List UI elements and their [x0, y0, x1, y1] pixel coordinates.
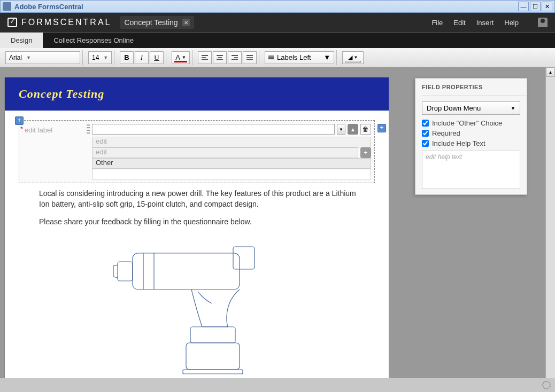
- menu-help[interactable]: Help: [504, 19, 519, 27]
- form-title[interactable]: Concept Testing: [5, 77, 389, 111]
- required-checkbox[interactable]: [422, 130, 429, 137]
- design-canvas-area: Concept Testing + + * edit label ▼ ▲ 🗑: [0, 67, 545, 392]
- app-icon: [3, 2, 11, 11]
- font-family-select[interactable]: Arial ▼: [5, 51, 80, 64]
- labels-value: Labels Left: [277, 53, 311, 61]
- close-document-icon[interactable]: ✕: [182, 19, 190, 26]
- include-help-label: Include Help Text: [432, 139, 485, 147]
- align-justify-button[interactable]: [243, 51, 257, 64]
- required-star-icon: *: [20, 125, 23, 133]
- svg-rect-5: [183, 370, 243, 374]
- dropdown-field-editor[interactable]: + + * edit label ▼ ▲ 🗑 e: [19, 120, 375, 183]
- svg-rect-3: [190, 327, 235, 343]
- svg-rect-2: [118, 262, 133, 281]
- status-bar: [0, 378, 555, 392]
- properties-panel-title: FIELD PROPERTIES: [415, 79, 527, 96]
- font-size-value: 14: [92, 54, 99, 61]
- field-label-placeholder: edit label: [25, 126, 52, 134]
- app-header: FORMSCENTRAL Concept Testing ✕ File Edit…: [0, 13, 555, 32]
- drag-handle-icon[interactable]: [87, 124, 90, 135]
- font-family-value: Arial: [9, 54, 22, 61]
- option-input-2[interactable]: edit: [92, 147, 358, 158]
- chevron-down-icon: ▼: [103, 55, 108, 60]
- chevron-down-icon: ▼: [323, 53, 330, 61]
- align-left-button[interactable]: [198, 51, 212, 64]
- brand-text: FORMSCENTRAL: [21, 18, 111, 27]
- chevron-down-icon: ▼: [26, 55, 31, 60]
- dropdown-selected-input[interactable]: [92, 124, 335, 135]
- menu-edit[interactable]: Edit: [453, 19, 465, 27]
- scroll-up-button[interactable]: ▲: [546, 67, 555, 77]
- document-tab-label: Concept Testing: [124, 18, 178, 27]
- font-size-select[interactable]: 14 ▼: [88, 51, 112, 64]
- field-type-select[interactable]: Drop Down Menu ▼: [422, 101, 520, 115]
- document-tab[interactable]: Concept Testing ✕: [120, 16, 194, 29]
- form-paragraph-2[interactable]: Please share your feedback by filling in…: [39, 217, 367, 228]
- field-type-value: Drop Down Menu: [427, 104, 481, 112]
- minimize-button[interactable]: —: [518, 2, 529, 11]
- option-input-1[interactable]: edit: [92, 137, 371, 147]
- add-option-button[interactable]: +: [360, 147, 371, 158]
- tab-design[interactable]: Design: [0, 33, 43, 48]
- align-center-button[interactable]: [213, 51, 227, 64]
- include-other-label: Include "Other" Choice: [432, 119, 502, 127]
- option-other[interactable]: Other: [92, 158, 371, 169]
- text-color-button[interactable]: A▼: [172, 51, 190, 64]
- dropdown-arrow-button[interactable]: ▼: [337, 124, 345, 135]
- fill-color-button[interactable]: ◢▼: [342, 51, 364, 64]
- required-label: Required: [432, 129, 460, 137]
- tab-strip: Design Collect Responses Online: [0, 32, 555, 48]
- drill-image[interactable]: [111, 236, 282, 375]
- maximize-button[interactable]: ☐: [530, 2, 541, 11]
- move-up-button[interactable]: ▲: [348, 124, 358, 135]
- format-toolbar: Arial ▼ 14 ▼ B I U A▼ Labels Left ▼ ◢▼: [0, 48, 555, 67]
- italic-button[interactable]: I: [135, 51, 149, 64]
- help-text-input[interactable]: edit help text: [422, 151, 520, 189]
- underline-button[interactable]: U: [150, 51, 164, 64]
- menu-insert[interactable]: Insert: [476, 19, 494, 27]
- close-button[interactable]: ✕: [542, 2, 552, 11]
- labels-icon: [268, 56, 274, 59]
- chevron-down-icon: ▼: [511, 106, 515, 111]
- option-input-new[interactable]: [92, 169, 371, 179]
- labels-position-select[interactable]: Labels Left ▼: [265, 51, 334, 64]
- tab-collect-responses[interactable]: Collect Responses Online: [43, 33, 144, 48]
- vertical-scrollbar[interactable]: ▲ ▼: [545, 67, 555, 392]
- svg-rect-4: [186, 343, 240, 370]
- delete-field-button[interactable]: 🗑: [360, 124, 371, 135]
- svg-rect-0: [133, 253, 240, 289]
- include-other-checkbox[interactable]: [422, 120, 429, 127]
- loading-icon: [542, 381, 551, 389]
- field-label-input[interactable]: * edit label: [22, 124, 87, 179]
- required-checkbox-row[interactable]: Required: [422, 129, 520, 137]
- user-icon[interactable]: [538, 18, 548, 27]
- include-help-checkbox[interactable]: [422, 140, 429, 147]
- svg-rect-1: [233, 247, 255, 269]
- window-titlebar: Adobe FormsCentral — ☐ ✕: [0, 0, 555, 13]
- menu-file[interactable]: File: [431, 19, 443, 27]
- form-paragraph-1[interactable]: Local is considering introducing a new p…: [39, 189, 367, 209]
- align-right-button[interactable]: [228, 51, 242, 64]
- form-canvas[interactable]: Concept Testing + + * edit label ▼ ▲ 🗑: [4, 77, 389, 392]
- include-other-checkbox-row[interactable]: Include "Other" Choice: [422, 119, 520, 127]
- add-field-after-button[interactable]: +: [377, 124, 386, 132]
- brand-icon: [7, 18, 17, 27]
- include-help-checkbox-row[interactable]: Include Help Text: [422, 139, 520, 147]
- field-properties-panel: FIELD PROPERTIES Drop Down Menu ▼ Includ…: [415, 78, 527, 195]
- bold-button[interactable]: B: [120, 51, 134, 64]
- window-title: Adobe FormsCentral: [14, 3, 518, 11]
